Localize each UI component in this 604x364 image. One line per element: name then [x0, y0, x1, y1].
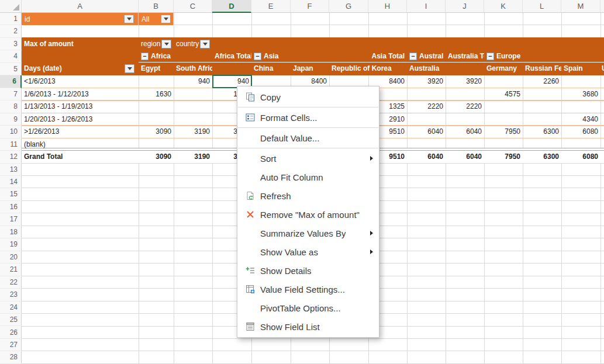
cell-I6[interactable]: 3920	[407, 75, 446, 88]
cell-B10[interactable]: 3090	[139, 126, 174, 138]
row-label[interactable]: 1/6/2013 - 1/12/2013	[22, 88, 139, 100]
column-header-D[interactable]: D	[212, 0, 251, 13]
menu-item-format-cells[interactable]: Format Cells...	[237, 108, 379, 127]
group-australia-total[interactable]: Australia Total	[446, 50, 484, 63]
column-header-G[interactable]: G	[329, 0, 368, 12]
row-header-12[interactable]: 12	[0, 151, 22, 163]
row-header-13[interactable]: 13	[0, 164, 22, 176]
header-china[interactable]: China	[251, 63, 291, 75]
filter-value-dropdown-icon[interactable]	[161, 15, 171, 23]
row-header-26[interactable]: 26	[0, 327, 22, 339]
cell-K7[interactable]: 4575	[484, 88, 523, 100]
row-label[interactable]: (blank)	[22, 138, 139, 151]
cell-J10[interactable]: 6040	[446, 126, 484, 138]
menu-item-copy[interactable]: Copy	[237, 88, 379, 106]
pivot-field-country[interactable]: country	[174, 38, 212, 50]
row-header-2[interactable]: 2	[0, 25, 22, 37]
header-united-kingdom[interactable]: United Kingdom	[602, 63, 604, 75]
cell-I12[interactable]: 6040	[407, 151, 446, 163]
column-header-L[interactable]: L	[523, 0, 561, 12]
cell-I8[interactable]: 2220	[407, 100, 446, 113]
cell-L10[interactable]: 6300	[523, 126, 561, 138]
row-header-25[interactable]: 25	[0, 314, 22, 326]
menu-item-summarize-values-by[interactable]: Summarize Values By	[237, 224, 379, 242]
group-africa-total[interactable]: Africa Total	[212, 50, 251, 63]
cell-L6[interactable]: 2260	[523, 75, 561, 88]
menu-item-show-details[interactable]: Show Details	[237, 261, 379, 280]
cell-M12[interactable]: 6080	[561, 151, 600, 163]
row-header-16[interactable]: 16	[0, 201, 22, 213]
pivot-field-region[interactable]: region	[139, 38, 174, 50]
row-header-21[interactable]: 21	[0, 264, 22, 276]
row-header-6[interactable]: 6	[0, 75, 22, 88]
group-asia-total[interactable]: Asia Total	[368, 50, 407, 63]
menu-item-show-field-list[interactable]: Show Field List	[237, 317, 379, 336]
menu-item-sort[interactable]: Sort	[237, 149, 379, 168]
row-label[interactable]: <1/6/2013	[22, 75, 139, 88]
menu-item-refresh[interactable]: Refresh	[237, 186, 379, 205]
grand-total-label[interactable]: Grand Total	[22, 151, 139, 163]
row-label[interactable]: 1/20/2013 - 1/26/2013	[22, 113, 139, 126]
row-header-7[interactable]: 7	[0, 88, 22, 100]
header-south-africa[interactable]: South Africa	[174, 63, 212, 75]
row-header-11[interactable]: 11	[0, 138, 22, 151]
cell-J8[interactable]: 2220	[446, 100, 484, 113]
header-spain[interactable]: Spain	[561, 63, 600, 75]
column-header-F[interactable]: F	[291, 0, 329, 12]
cell-K10[interactable]: 7950	[484, 126, 523, 138]
row-header-17[interactable]: 17	[0, 213, 22, 226]
group-europe[interactable]: Europe	[484, 50, 523, 63]
header-japan[interactable]: Japan	[291, 63, 329, 75]
row-header-5[interactable]: 5	[0, 63, 22, 75]
column-header-A[interactable]: A	[22, 0, 139, 12]
column-header-E[interactable]: E	[251, 0, 291, 12]
column-header-C[interactable]: C	[174, 0, 212, 12]
row-label[interactable]: >1/26/2013	[22, 126, 139, 138]
cell-C10[interactable]: 3190	[174, 126, 212, 138]
header-germany[interactable]: Germany	[484, 63, 523, 75]
header-australia[interactable]: Australia	[407, 63, 446, 75]
menu-item-default-value[interactable]: Default Value...	[237, 129, 379, 147]
row-header-15[interactable]: 15	[0, 188, 22, 200]
row-header-4[interactable]: 4	[0, 50, 22, 63]
cell-C12[interactable]: 3190	[174, 151, 212, 163]
row-header-18[interactable]: 18	[0, 226, 22, 238]
row-header-19[interactable]: 19	[0, 238, 22, 251]
row-header-8[interactable]: 8	[0, 100, 22, 113]
filter-field-cell[interactable]: id	[22, 13, 139, 25]
cell-K12[interactable]: 7950	[484, 151, 523, 163]
collapse-icon[interactable]	[254, 53, 261, 60]
column-header-J[interactable]: J	[446, 0, 484, 12]
pivot-row-field[interactable]: Days (date)	[22, 63, 139, 75]
row-header-24[interactable]: 24	[0, 301, 22, 314]
collapse-icon[interactable]	[409, 53, 417, 60]
collapse-icon[interactable]	[141, 53, 149, 60]
group-asia[interactable]: Asia	[251, 50, 291, 63]
row-header-10[interactable]: 10	[0, 126, 22, 138]
row-header-23[interactable]: 23	[0, 289, 22, 301]
cell-J6[interactable]: 3920	[446, 75, 484, 88]
filter-dropdown-icon[interactable]	[124, 15, 134, 23]
cell-B12[interactable]: 3090	[139, 151, 174, 163]
menu-item-value-field-settings[interactable]: Value Field Settings...	[237, 280, 379, 299]
cell-C6[interactable]: 940	[174, 75, 212, 88]
country-dropdown-icon[interactable]	[200, 40, 210, 48]
row-label[interactable]: 1/13/2013 - 1/19/2013	[22, 100, 139, 113]
menu-item-auto-fit-column[interactable]: Auto Fit Column	[237, 168, 379, 186]
row-header-14[interactable]: 14	[0, 176, 22, 188]
group-africa[interactable]: Africa	[139, 50, 174, 63]
menu-item-remove-max-of-amount[interactable]: Remove "Max of amount"	[237, 205, 379, 224]
row-header-3[interactable]: 3	[0, 38, 22, 50]
cell-I10[interactable]: 6040	[407, 126, 446, 138]
menu-item-pivottable-options[interactable]: PivotTable Options...	[237, 299, 379, 317]
collapse-icon[interactable]	[486, 53, 494, 60]
row-header-28[interactable]: 28	[0, 351, 22, 363]
column-header-M[interactable]: M	[561, 0, 600, 12]
select-all-corner[interactable]	[0, 0, 22, 13]
group-australia[interactable]: Australia	[407, 50, 446, 63]
days-dropdown-icon[interactable]	[125, 64, 134, 73]
row-header-22[interactable]: 22	[0, 276, 22, 289]
row-header-20[interactable]: 20	[0, 251, 22, 264]
region-dropdown-icon[interactable]	[161, 40, 171, 48]
row-header-9[interactable]: 9	[0, 113, 22, 126]
